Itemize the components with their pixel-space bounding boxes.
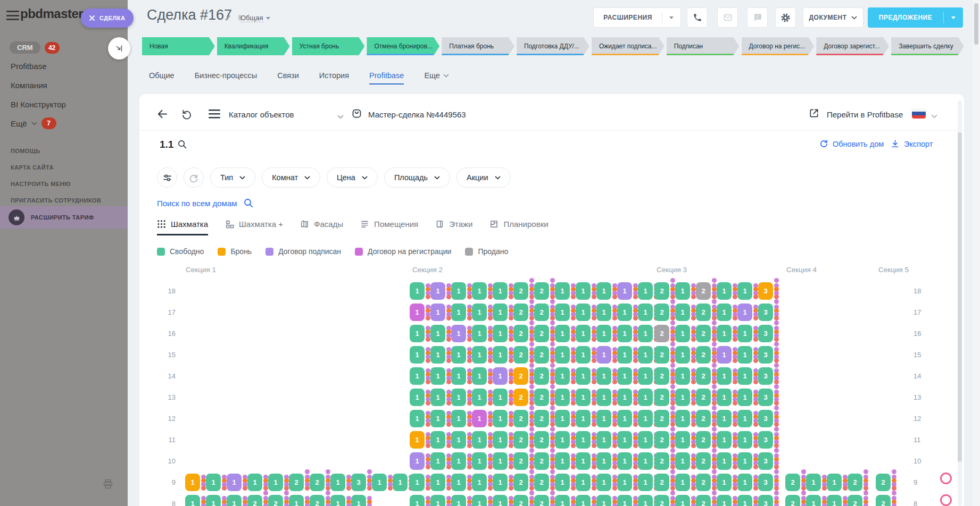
unit-cell[interactable]: 1 [410, 474, 425, 491]
unit-cell[interactable]: 2 [696, 474, 711, 491]
unit-cell[interactable]: 1 [675, 303, 690, 321]
unit-cell[interactable]: 1 [737, 495, 752, 506]
unit-cell[interactable]: 1 [638, 495, 653, 506]
unit-cell[interactable]: 1 [430, 346, 445, 364]
unit-cell[interactable]: 1 [675, 474, 690, 491]
tab-Общие[interactable]: Общие [149, 68, 175, 85]
unit-cell[interactable]: 1 [717, 474, 732, 491]
unit-cell[interactable]: 1 [430, 410, 445, 427]
unit-cell[interactable]: 1 [555, 431, 570, 449]
unit-cell[interactable]: 1 [617, 452, 632, 470]
unit-cell[interactable]: 2 [654, 282, 669, 300]
unit-cell[interactable]: 1 [675, 389, 690, 406]
unit-cell[interactable]: 1 [737, 389, 752, 406]
unit-cell[interactable]: 2 [513, 367, 528, 385]
unit-cell[interactable]: 1 [555, 282, 570, 300]
unit-cell[interactable]: 1 [617, 431, 632, 449]
unit-cell[interactable]: 1 [555, 367, 570, 385]
unit-cell[interactable]: 1 [617, 495, 632, 506]
stage-chip[interactable]: Новая [142, 37, 215, 55]
unit-cell[interactable]: 1 [717, 389, 732, 406]
tab-История[interactable]: История [319, 68, 349, 85]
unit-cell[interactable]: 1 [617, 367, 632, 385]
unit-cell[interactable]: 1 [430, 282, 445, 300]
unit-cell[interactable]: 1 [638, 303, 653, 321]
stage-chip[interactable]: Завершить сделку [891, 37, 964, 55]
deal-badge[interactable]: СДЕЛКА [81, 9, 134, 28]
unit-cell[interactable]: 2 [876, 495, 891, 506]
unit-cell[interactable]: 1 [827, 474, 842, 491]
unit-cell[interactable]: 1 [638, 410, 653, 427]
unit-cell[interactable]: 1 [675, 452, 690, 470]
unit-cell[interactable]: 2 [513, 474, 528, 491]
unit-cell[interactable]: 1 [451, 346, 466, 364]
stage-chip[interactable]: Квалификация [217, 37, 290, 55]
unit-cell[interactable]: 1 [393, 474, 408, 491]
settings-button[interactable] [775, 7, 796, 28]
stage-chip[interactable]: Договор зарегист... [816, 37, 889, 55]
unit-cell[interactable]: 2 [696, 495, 711, 506]
stage-chip[interactable]: Ожидает подписа... [592, 37, 665, 55]
unit-cell[interactable]: 3 [758, 325, 773, 342]
unit-cell[interactable]: 1 [410, 431, 425, 449]
unit-cell[interactable]: 2 [696, 367, 711, 385]
unit-cell[interactable]: 1 [717, 303, 732, 321]
sidebar-item-crm[interactable]: CRM [10, 41, 40, 54]
unit-cell[interactable]: 2 [247, 495, 262, 506]
unit-cell[interactable]: 2 [513, 389, 528, 406]
call-button[interactable] [687, 7, 708, 28]
unit-cell[interactable]: 1 [638, 346, 653, 364]
unit-cell[interactable]: 1 [410, 495, 425, 506]
unit-cell[interactable]: 1 [268, 474, 283, 491]
unit-cell[interactable]: 1 [675, 367, 690, 385]
unit-cell[interactable]: 3 [758, 474, 773, 491]
unit-cell[interactable]: 1 [493, 474, 508, 491]
unit-cell[interactable]: 1 [717, 410, 732, 427]
unit-cell[interactable]: 1 [185, 495, 200, 506]
unit-cell[interactable]: 1 [638, 389, 653, 406]
unit-cell[interactable]: 1 [596, 452, 611, 470]
unit-cell[interactable]: 1 [430, 325, 445, 342]
unit-cell[interactable]: 3 [758, 452, 773, 470]
unit-cell[interactable]: 2 [654, 367, 669, 385]
unit-cell[interactable]: 1 [493, 325, 508, 342]
stage-chip[interactable]: Договор на регис... [742, 37, 815, 55]
print-icon[interactable] [102, 478, 114, 492]
unit-cell[interactable]: 3 [758, 346, 773, 364]
unit-cell[interactable]: 1 [576, 474, 591, 491]
sidebar-footer-item[interactable]: НАСТРОИТЬ МЕНЮ [11, 175, 117, 192]
unit-cell[interactable]: 2 [534, 325, 549, 342]
unit-cell[interactable]: 2 [696, 410, 711, 427]
unit-cell[interactable]: 1 [555, 474, 570, 491]
unit-cell[interactable]: 2 [696, 282, 711, 300]
unit-cell[interactable]: 2 [268, 495, 283, 506]
unit-cell[interactable]: 1 [596, 303, 611, 321]
unit-cell[interactable]: 2 [534, 282, 549, 300]
unit-cell[interactable]: 1 [472, 282, 487, 300]
unit-cell[interactable]: 1 [472, 325, 487, 342]
unit-cell[interactable]: 1 [596, 367, 611, 385]
unit-cell[interactable]: 2 [534, 410, 549, 427]
menu-hamburger-icon[interactable] [6, 11, 19, 20]
unit-cell[interactable]: 1 [806, 495, 821, 506]
unit-cell[interactable]: 2 [696, 431, 711, 449]
unit-cell[interactable]: 2 [696, 452, 711, 470]
unit-cell[interactable]: 1 [493, 367, 508, 385]
unit-cell[interactable]: 1 [472, 367, 487, 385]
close-icon[interactable] [89, 15, 95, 21]
tab-Связи[interactable]: Связи [277, 68, 299, 85]
unit-cell[interactable]: 1 [576, 367, 591, 385]
tab-Еще[interactable]: Еще [424, 68, 449, 85]
unit-cell[interactable]: 1 [617, 389, 632, 406]
unit-cell[interactable]: 1 [717, 282, 732, 300]
sidebar-footer-item[interactable]: ПОМОЩЬ [11, 142, 117, 159]
unit-cell[interactable]: 2 [534, 452, 549, 470]
unit-cell[interactable]: 2 [654, 431, 669, 449]
stage-chip[interactable]: Устная бронь [292, 37, 365, 55]
unit-cell[interactable]: 1 [717, 325, 732, 342]
proposal-button[interactable]: ПРЕДЛОЖЕНИЕ [868, 7, 963, 28]
unit-cell[interactable]: 1 [351, 495, 366, 506]
unit-cell[interactable]: 2 [513, 410, 528, 427]
unit-cell[interactable]: 2 [654, 389, 669, 406]
unit-cell[interactable]: 1 [596, 282, 611, 300]
